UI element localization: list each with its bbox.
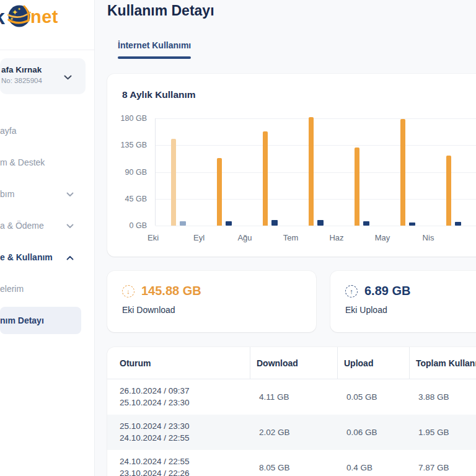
upload-bar bbox=[455, 222, 461, 226]
download-cell: 2.02 GB bbox=[250, 415, 337, 450]
bar-group-nis bbox=[431, 118, 476, 226]
table-row: 24.10.2024 / 22:5523.10.2024 / 22:268.05… bbox=[107, 450, 476, 476]
session-cell: 25.10.2024 / 23:3024.10.2024 / 22:55 bbox=[107, 415, 250, 450]
total-usage-cell: 1.95 GB bbox=[409, 415, 476, 450]
sidebar-item-my-tariffs[interactable]: elerim bbox=[0, 273, 94, 304]
chevron-up-icon bbox=[66, 252, 74, 262]
svg-text:✦: ✦ bbox=[17, 7, 21, 11]
sidebar-item-label: e & Kullanım bbox=[0, 252, 53, 262]
bar-group-ağu bbox=[247, 118, 293, 226]
chevron-down-icon bbox=[64, 71, 72, 82]
total-usage-cell: 3.88 GB bbox=[409, 379, 476, 415]
tab-internet-usage[interactable]: İnternet Kullanımı bbox=[107, 38, 201, 59]
table-body: 26.10.2024 / 09:3725.10.2024 / 23:304.11… bbox=[107, 379, 476, 476]
download-summary-card: ↓ 145.88 GB Eki Download bbox=[107, 271, 316, 332]
tab-bar: İnternet Kullanımı bbox=[107, 38, 476, 59]
table-header-row: OturumDownloadUploadToplam Kullanım bbox=[107, 347, 476, 379]
summary-cards-row: ↓ 145.88 GB Eki Download ↑ 6.89 GB Eki U… bbox=[107, 271, 476, 332]
session-start: 25.10.2024 / 23:30 bbox=[120, 420, 250, 432]
download-bar bbox=[309, 117, 314, 226]
upload-cell: 0.06 GB bbox=[337, 415, 409, 450]
x-tick-label: Haz bbox=[314, 233, 359, 242]
tab-label: İnternet Kullanımı bbox=[118, 38, 191, 52]
session-start: 26.10.2024 / 09:37 bbox=[120, 385, 250, 397]
y-tick-label: 0 GB bbox=[130, 221, 148, 230]
session-end: 25.10.2024 / 23:30 bbox=[120, 397, 250, 408]
x-tick-label: May bbox=[359, 233, 405, 242]
upload-total-value: 6.89 GB bbox=[364, 284, 410, 298]
table-row: 25.10.2024 / 23:3024.10.2024 / 22:552.02… bbox=[107, 415, 476, 450]
upload-bar bbox=[271, 220, 278, 226]
download-total-value: 145.88 GB bbox=[141, 284, 201, 298]
total-usage-cell: 7.87 GB bbox=[409, 450, 476, 476]
download-bar bbox=[217, 158, 222, 226]
column-header-toplam-kullan-m: Toplam Kullanım bbox=[409, 347, 476, 379]
chart-y-axis: 180 GB135 GB90 GB45 GB0 GB bbox=[122, 118, 147, 226]
column-header-download: Download bbox=[250, 347, 337, 379]
upload-total-label: Eki Upload bbox=[345, 305, 476, 315]
download-bar bbox=[263, 131, 268, 226]
download-cell: 8.05 GB bbox=[250, 450, 337, 476]
sidebar-item-label: ayfa bbox=[0, 126, 16, 136]
gridline bbox=[156, 226, 476, 226]
sidebar-menu: ayfam & Destekbıma & Ödemee & Kullanımel… bbox=[0, 94, 94, 334]
upload-bar bbox=[317, 220, 324, 226]
sidebar-item-label: nım Detayı bbox=[0, 315, 44, 325]
x-tick-label: Eki bbox=[130, 233, 176, 242]
upload-bar bbox=[363, 221, 369, 226]
download-total-label: Eki Download bbox=[122, 305, 301, 315]
sidebar-item-account[interactable]: bım bbox=[0, 178, 94, 209]
upload-summary-card: ↑ 6.89 GB Eki Upload bbox=[330, 271, 476, 332]
x-tick-label: Nis bbox=[405, 233, 451, 242]
download-bar bbox=[446, 156, 451, 226]
download-circle-icon: ↓ bbox=[122, 285, 134, 298]
logo-text-fragment: k bbox=[0, 5, 5, 29]
chart-plot-area bbox=[155, 118, 476, 226]
upload-bar bbox=[226, 221, 232, 226]
sidebar-item-support[interactable]: m & Destek bbox=[0, 146, 94, 178]
profile-selector[interactable]: afa Kırnak No: 3825904 bbox=[0, 58, 86, 94]
chart-x-axis: EkiEylAğuTemHazMayNis bbox=[130, 233, 476, 242]
globe-icon: ✦ ✦ ✦ bbox=[7, 4, 31, 30]
sidebar-item-billing[interactable]: a & Ödeme bbox=[0, 209, 94, 241]
download-bar bbox=[400, 119, 405, 226]
session-start: 24.10.2024 / 22:55 bbox=[120, 456, 250, 467]
logo-wordmark: net bbox=[30, 7, 58, 27]
sidebar-item-label: m & Destek bbox=[0, 157, 45, 167]
sidebar-item-usage-detail[interactable]: nım Detayı bbox=[0, 307, 81, 334]
sidebar-item-home[interactable]: ayfa bbox=[0, 115, 94, 146]
profile-subscriber-number: No: 3825904 bbox=[1, 76, 86, 86]
column-header-upload: Upload bbox=[337, 347, 409, 379]
upload-bar bbox=[409, 223, 415, 226]
profile-name: afa Kırnak bbox=[1, 64, 86, 76]
chart-title: 8 Aylık Kullanım bbox=[122, 89, 476, 101]
session-end: 23.10.2024 / 22:26 bbox=[120, 467, 250, 476]
y-tick-label: 90 GB bbox=[125, 168, 147, 177]
x-tick-label: Ağu bbox=[222, 233, 268, 242]
bar-group-tem bbox=[293, 118, 339, 226]
chevron-down-icon bbox=[66, 221, 74, 231]
sidebar-item-label: bım bbox=[0, 189, 14, 199]
column-header-oturum: Oturum bbox=[107, 347, 250, 379]
bar-chart: 180 GB135 GB90 GB45 GB0 GB bbox=[122, 118, 476, 226]
session-end: 24.10.2024 / 22:55 bbox=[120, 432, 250, 444]
x-tick-label: Eyl bbox=[176, 233, 222, 242]
chart-bars bbox=[156, 118, 476, 226]
bar-group-may bbox=[385, 118, 431, 226]
upload-bar bbox=[180, 221, 186, 226]
session-cell: 26.10.2024 / 09:3725.10.2024 / 23:30 bbox=[107, 379, 250, 415]
y-tick-label: 45 GB bbox=[125, 195, 147, 203]
brand-logo[interactable]: k ✦ ✦ ✦ net bbox=[0, 0, 94, 50]
upload-cell: 0.05 GB bbox=[337, 379, 409, 415]
active-tab-indicator bbox=[118, 56, 191, 59]
session-cell: 24.10.2024 / 22:5523.10.2024 / 22:26 bbox=[107, 450, 250, 476]
table-row: 26.10.2024 / 09:3725.10.2024 / 23:304.11… bbox=[107, 379, 476, 415]
upload-circle-icon: ↑ bbox=[345, 285, 358, 298]
sidebar-item-label: a & Ödeme bbox=[0, 221, 44, 231]
svg-text:✦: ✦ bbox=[10, 17, 14, 21]
bar-group-eyl bbox=[201, 118, 247, 226]
sidebar-item-tariff-usage[interactable]: e & Kullanım bbox=[0, 241, 94, 273]
x-tick-label: Tem bbox=[268, 233, 314, 242]
chevron-down-icon bbox=[66, 189, 74, 199]
usage-chart-card: 8 Aylık Kullanım 180 GB135 GB90 GB45 GB0… bbox=[107, 74, 476, 257]
